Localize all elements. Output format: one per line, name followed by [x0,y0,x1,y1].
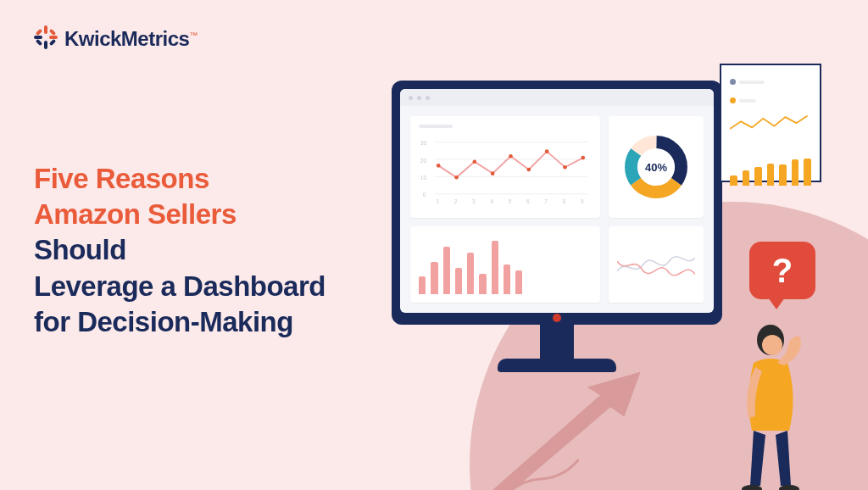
brand-name: KwickMetrics™ [64,27,198,51]
brand-name-text: KwickMetrics [64,27,189,50]
legend-line-icon [739,99,756,103]
brand-logo: KwickMetrics™ [34,25,198,53]
svg-text:0: 0 [423,192,426,198]
svg-rect-6 [36,39,42,46]
legend-line-icon [739,81,765,84]
bar-chart-icon [419,235,522,294]
svg-rect-4 [36,29,42,36]
svg-rect-3 [49,36,58,39]
power-button-icon [553,314,561,322]
svg-point-19 [491,171,495,175]
bar-chart-panel [410,226,600,303]
dashboard-body: 30 20 10 0 123 456 789 [400,106,714,313]
svg-point-18 [473,159,477,164]
svg-point-24 [581,156,585,160]
svg-point-23 [563,165,567,170]
svg-rect-1 [44,41,47,49]
monitor-screen: 30 20 10 0 123 456 789 [400,89,714,313]
svg-text:5: 5 [509,198,512,204]
brand-tm: ™ [189,31,198,40]
donut-center-label: 40% [623,134,689,200]
svg-text:10: 10 [420,175,427,181]
svg-point-40 [762,335,782,355]
monitor-stand [540,325,574,359]
svg-point-21 [527,168,531,172]
panel-header-skeleton [419,125,592,128]
svg-text:8: 8 [563,198,566,204]
svg-rect-0 [44,25,47,34]
window-dot-icon [417,96,421,100]
line-chart-panel: 30 20 10 0 123 456 789 [410,116,600,218]
donut-chart-panel: 40% [609,116,704,218]
wave-chart-icon [617,235,695,294]
headline-primary-3: for Decision-Making [34,304,326,340]
question-bubble: ? [749,242,815,299]
svg-text:1: 1 [436,198,439,204]
svg-text:4: 4 [490,198,493,204]
svg-text:9: 9 [581,198,584,204]
window-dot-icon [426,96,430,100]
wave-chart-panel [609,226,704,303]
monitor-bezel: 30 20 10 0 123 456 789 [392,81,722,325]
svg-point-20 [509,154,513,159]
monitor-base [498,359,616,372]
report-legend [721,65,820,111]
svg-point-22 [545,149,549,153]
svg-text:3: 3 [472,198,476,204]
window-dot-icon [409,96,413,100]
svg-text:20: 20 [420,158,427,164]
report-sparkline-icon [721,111,820,136]
svg-point-16 [437,164,441,168]
svg-text:6: 6 [526,198,530,204]
line-chart-icon: 30 20 10 0 123 456 789 [419,131,592,208]
question-mark-icon: ? [772,252,793,290]
report-card [720,64,821,182]
headline-accent-2: Amazon Sellers [34,197,326,232]
svg-rect-5 [49,39,56,46]
browser-bar [400,89,714,106]
svg-rect-2 [34,36,42,39]
person-illustration [728,316,821,490]
monitor-illustration: 30 20 10 0 123 456 789 [392,81,722,372]
headline: Five Reasons Amazon Sellers Should Lever… [34,161,326,340]
headline-primary-2: Leverage a Dashboard [34,269,326,304]
headline-primary-1: Should [34,232,326,268]
donut-chart-icon: 40% [623,134,689,200]
svg-point-17 [454,175,459,180]
headline-accent-1: Five Reasons [34,161,326,197]
svg-text:2: 2 [454,198,458,204]
legend-dot-icon [730,97,736,103]
report-bars-icon [721,140,820,191]
svg-rect-7 [49,29,56,36]
svg-text:30: 30 [420,140,427,146]
svg-text:7: 7 [544,198,548,204]
legend-dot-icon [730,79,736,85]
brand-logo-icon [34,25,58,53]
